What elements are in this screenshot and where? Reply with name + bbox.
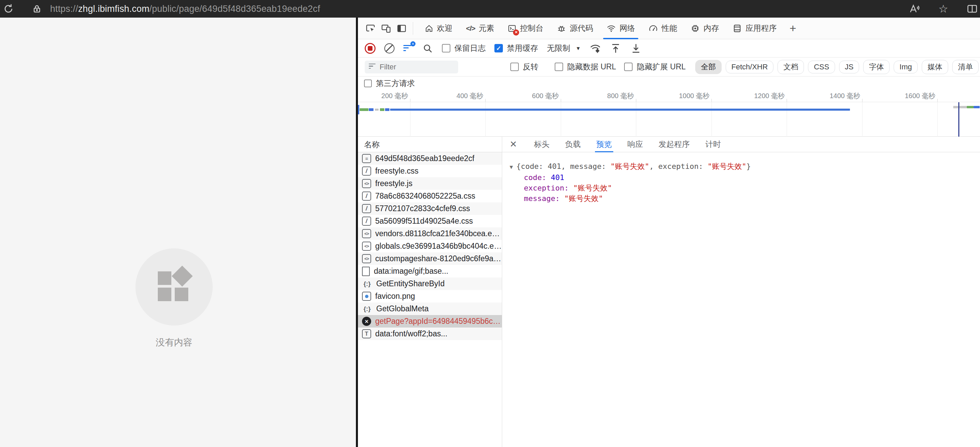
detail-tab-response[interactable]: 响应 <box>627 137 643 152</box>
waterfall-long-request-bar <box>390 109 850 111</box>
request-row[interactable]: ≡ 649d5f48d365eab19eede2cf <box>358 152 502 165</box>
code-brackets-icon: </> <box>466 24 475 32</box>
ruler-tick: 400 毫秒 <box>434 91 483 100</box>
waterfall-bar <box>375 109 379 111</box>
chip-js[interactable]: JS <box>839 60 859 73</box>
request-row[interactable]: / 57702107c2833c4cfef9.css <box>358 202 502 215</box>
filter-text-field[interactable] <box>380 63 454 71</box>
network-main-area: 名称 ≡ 649d5f48d365eab19eede2cf / freestyl… <box>358 137 980 447</box>
request-list-header[interactable]: 名称 <box>358 137 502 152</box>
refresh-icon[interactable] <box>3 3 14 14</box>
more-tabs-button[interactable]: + <box>783 22 802 35</box>
tab-network[interactable]: 网络 <box>600 17 642 39</box>
tab-memory[interactable]: 内存 <box>684 17 726 39</box>
devtools-tabbar: 欢迎 </> 元素 ✕ 控制台 源代码 <box>358 17 980 39</box>
split-screen-icon[interactable] <box>966 3 978 14</box>
checkbox-checked[interactable]: ✓ <box>495 44 503 52</box>
import-har-icon[interactable] <box>610 43 621 54</box>
third-party-checkbox[interactable] <box>364 79 372 87</box>
waterfall-bar <box>358 105 359 114</box>
chip-media[interactable]: 媒体 <box>922 60 948 74</box>
waterfall-bar <box>369 108 374 111</box>
request-row[interactable]: <> globals.c9e36991a346b9bc404c.entry.js <box>358 240 502 252</box>
filter-active-badge: ✕ <box>410 41 415 46</box>
filter-toggle-icon[interactable]: ✕ <box>403 44 414 53</box>
request-row[interactable]: <> custompageshare-8120ed9c6fe9a5c75... <box>358 252 502 265</box>
wifi-network-icon <box>606 24 616 33</box>
console-error-badge: ✕ <box>513 29 519 35</box>
chip-doc[interactable]: 文档 <box>778 60 804 74</box>
request-row[interactable]: <> freestyle.js <box>358 177 502 190</box>
detail-tab-headers[interactable]: 标头 <box>534 137 550 152</box>
ruler-tick: 200 毫秒 <box>359 91 408 100</box>
chip-fetch-xhr[interactable]: Fetch/XHR <box>726 60 774 73</box>
empty-state-circle <box>135 248 213 325</box>
tab-sources[interactable]: 源代码 <box>550 17 600 39</box>
close-icon[interactable]: ✕ <box>510 139 517 149</box>
script-icon: <> <box>362 229 371 238</box>
search-icon[interactable] <box>422 43 433 54</box>
network-overview-waterfall[interactable] <box>358 102 980 137</box>
home-icon <box>425 24 433 33</box>
document-icon: ≡ <box>362 154 371 163</box>
device-emulation-icon[interactable] <box>378 17 394 39</box>
clear-network-log-icon[interactable] <box>384 43 395 54</box>
image-icon <box>362 292 371 301</box>
json-summary-line[interactable]: ▼{code: 401, message: "账号失效", exception:… <box>510 161 980 172</box>
inspect-element-icon[interactable] <box>363 17 378 39</box>
request-row[interactable]: {:} GetEntityShareById <box>358 277 502 290</box>
disable-cache-checkbox[interactable]: ✓ 禁用缓存 <box>495 43 538 54</box>
tab-console[interactable]: ✕ 控制台 <box>501 17 550 39</box>
expander-triangle-icon[interactable]: ▼ <box>510 164 513 170</box>
request-row[interactable]: <> vendors.d8118cfca21fe340bcea.entry.js <box>358 227 502 240</box>
detail-tab-initiator[interactable]: 发起程序 <box>659 137 690 152</box>
request-row-selected-error[interactable]: ✕ getPage?appId=64984459495b6cc026... <box>358 315 502 328</box>
detail-tab-preview[interactable]: 预览 <box>596 137 612 152</box>
url-text[interactable]: https://zhgl.ibimfish.com/public/page/64… <box>50 4 320 14</box>
json-entry: exception: "账号失效" <box>510 183 980 193</box>
font-icon: T <box>362 329 371 338</box>
detail-tab-payload[interactable]: 负载 <box>565 137 581 152</box>
request-list-panel: 名称 ≡ 649d5f48d365eab19eede2cf / freestyl… <box>358 137 502 447</box>
tab-welcome[interactable]: 欢迎 <box>418 17 459 39</box>
request-row[interactable]: favicon.png <box>358 290 502 303</box>
waterfall-bar <box>360 108 368 111</box>
no-content-tiles-icon <box>158 270 192 303</box>
tab-application[interactable]: 应用程序 <box>726 17 783 39</box>
chip-img[interactable]: Img <box>894 60 918 73</box>
export-har-icon[interactable] <box>630 43 642 54</box>
detail-tab-timing[interactable]: 计时 <box>705 137 721 152</box>
preserve-log-checkbox[interactable]: 保留日志 <box>442 43 485 54</box>
hide-extension-urls-checkbox[interactable]: 隐藏扩展 URL <box>624 62 686 72</box>
record-button[interactable] <box>365 43 375 54</box>
waterfall-bar <box>967 106 974 108</box>
stylesheet-icon: / <box>362 217 371 226</box>
request-row[interactable]: / freestyle.css <box>358 165 502 177</box>
favorite-star-icon[interactable]: ☆ <box>939 3 948 14</box>
tab-performance[interactable]: 性能 <box>642 17 684 39</box>
request-row[interactable]: data:image/gif;base... <box>358 265 502 277</box>
application-storage-icon <box>732 24 742 33</box>
checkbox-unchecked[interactable] <box>442 44 450 52</box>
throttling-dropdown[interactable]: 无限制 ▼ <box>547 43 581 54</box>
request-row[interactable]: / 5a56099f511d49025a4e.css <box>358 215 502 227</box>
ruler-tick: 1200 毫秒 <box>736 91 784 100</box>
stylesheet-icon: / <box>362 204 371 213</box>
network-conditions-icon[interactable] <box>590 43 601 54</box>
dock-side-icon[interactable] <box>394 17 409 39</box>
chip-font[interactable]: 字体 <box>863 60 889 74</box>
resource-type-chips: 全部 Fetch/XHR 文档 CSS JS 字体 Img 媒体 清单 WS W… <box>695 60 980 74</box>
request-row[interactable]: / 78a6c86324068052225a.css <box>358 190 502 202</box>
invert-checkbox[interactable]: 反转 <box>510 62 538 72</box>
request-row[interactable]: {:} GetGlobalMeta <box>358 303 502 315</box>
read-aloud-icon[interactable] <box>908 3 920 14</box>
hide-data-urls-checkbox[interactable]: 隐藏数据 URL <box>555 62 616 72</box>
request-row[interactable]: T data:font/woff2;bas... <box>358 328 502 340</box>
chip-manifest[interactable]: 清单 <box>952 60 978 74</box>
timeline-ruler[interactable]: 200 毫秒 400 毫秒 600 毫秒 800 毫秒 1000 毫秒 1200… <box>358 90 980 102</box>
chip-css[interactable]: CSS <box>808 60 835 73</box>
chip-all[interactable]: 全部 <box>695 60 722 74</box>
tab-elements[interactable]: </> 元素 <box>459 17 501 39</box>
json-entry: code: 401 <box>510 172 980 183</box>
filter-input[interactable] <box>365 60 458 73</box>
